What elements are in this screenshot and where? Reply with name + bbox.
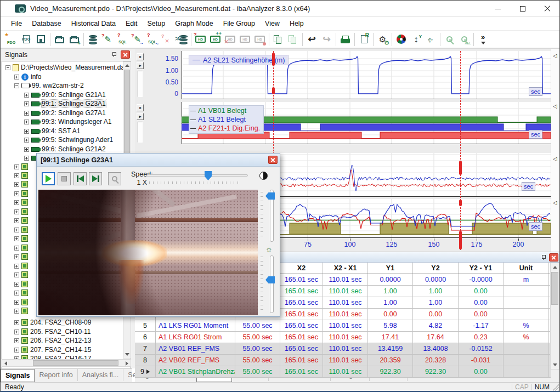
scroll-left-icon[interactable] <box>4 361 7 366</box>
sql-query-button[interactable]: ?SQL <box>115 32 130 47</box>
hd-remove-button[interactable]: HD✕ <box>223 32 237 47</box>
tree-item-root[interactable]: D:\Projects\Video_Measurement.da <box>2 63 125 72</box>
menu-edit[interactable]: Edit <box>121 18 143 29</box>
speed-slider-handle[interactable] <box>205 171 212 180</box>
expand-icon[interactable] <box>14 272 19 277</box>
tab-signals[interactable]: Signals <box>1 369 35 382</box>
menu-historical-data[interactable]: Historical Data <box>66 18 121 29</box>
snapshot-button[interactable] <box>108 172 121 185</box>
marker-handle[interactable] <box>459 161 462 175</box>
collapse-icon[interactable] <box>14 83 19 88</box>
signal-strip-marker-icon[interactable]: ◁ <box>553 53 557 59</box>
tree-item-module[interactable] <box>2 298 28 306</box>
menu-graph-mode[interactable]: Graph Mode <box>170 18 218 29</box>
expand-icon[interactable] <box>14 348 19 353</box>
col-y1[interactable]: Y1 <box>368 263 413 274</box>
tree-item-camera-module[interactable]: 99. ww2cam-str-2 <box>2 81 84 90</box>
table-row[interactable]: 8A2 VB02 REF_FMS55.00 sec165.01 sec110.0… <box>135 355 551 366</box>
report-button[interactable]: R <box>357 32 371 47</box>
tree-item-video-7[interactable] <box>2 154 39 162</box>
video-frame[interactable] <box>38 190 258 315</box>
expand-icon[interactable] <box>24 120 29 124</box>
close-button[interactable] <box>535 1 559 17</box>
expand-icon[interactable] <box>14 200 19 205</box>
expand-icon[interactable] <box>14 282 19 287</box>
expand-icon[interactable] <box>14 329 19 334</box>
paste-button[interactable] <box>286 32 301 47</box>
signals-close-button[interactable] <box>121 50 130 59</box>
signal-strip-marker-icon[interactable]: ◁ <box>553 156 557 162</box>
zoom-all-button[interactable]: ALL <box>457 32 472 47</box>
chart2-close-button[interactable]: x <box>137 104 144 111</box>
expand-icon[interactable] <box>24 93 29 98</box>
add-file-button[interactable]: + <box>67 32 82 47</box>
scroll-right-icon[interactable] <box>126 361 128 366</box>
marker-handle[interactable] <box>459 200 462 206</box>
expand-icon[interactable] <box>24 138 29 143</box>
expand-icon[interactable] <box>24 101 29 106</box>
tree-item-module-207[interactable]: 207. FSA2_CH14-15 <box>2 345 91 354</box>
toolbar-overflow-button[interactable]: » <box>476 32 490 47</box>
print-button[interactable] <box>338 32 353 47</box>
signal-strip-marker-icon[interactable]: ◁ <box>553 104 557 109</box>
tree-item-module[interactable] <box>2 225 28 234</box>
expand-icon[interactable] <box>14 291 19 296</box>
tree-item-video-5[interactable]: 99:5: Schwingung Ader1 <box>2 135 113 144</box>
tree-item-module[interactable] <box>2 180 28 189</box>
copy-button[interactable] <box>271 32 286 47</box>
tree-item-module[interactable] <box>2 171 28 180</box>
expression-builder-button[interactable]: ✎? <box>100 32 115 47</box>
col-x2[interactable]: X2 <box>280 263 323 274</box>
pin-icon[interactable] <box>112 52 116 57</box>
expand-icon[interactable] <box>14 164 19 169</box>
expand-icon[interactable] <box>14 338 19 343</box>
undo-button[interactable]: ↩ <box>304 32 319 47</box>
video-close-button[interactable] <box>268 156 278 164</box>
table-row[interactable]: 6A1 LKS RG01 Strom55.00 sec165.01 sec110… <box>135 332 551 343</box>
play-button[interactable] <box>42 172 55 185</box>
expand-icon[interactable] <box>14 264 19 269</box>
hd-append-button[interactable]: HD++ <box>208 32 223 47</box>
expand-icon[interactable] <box>14 246 19 251</box>
tree-item-module[interactable] <box>2 288 28 297</box>
hd-query-button[interactable]: HD? <box>193 32 208 47</box>
hd-view-button[interactable]: HD <box>237 32 252 47</box>
tree-item-module[interactable] <box>2 306 28 315</box>
tree-item-module[interactable] <box>2 262 28 270</box>
expand-icon[interactable] <box>24 111 29 116</box>
expand-icon[interactable] <box>14 300 19 305</box>
col-y2[interactable]: Y2 <box>413 263 459 274</box>
open-pdo-button[interactable]: PDO <box>19 32 33 47</box>
tab-analysis-file[interactable]: Analysis fi... <box>78 369 124 381</box>
expand-icon[interactable] <box>14 320 19 325</box>
open-file-button[interactable] <box>52 32 67 47</box>
marker-handle[interactable] <box>272 53 275 66</box>
chart1-close-button[interactable]: x <box>137 53 144 60</box>
chart1-menu-button[interactable]: ▸ <box>137 62 144 69</box>
tree-item-module[interactable] <box>2 234 28 243</box>
chart2-scrollbar[interactable] <box>138 122 143 143</box>
markers-close-button[interactable] <box>549 253 558 262</box>
menu-database[interactable]: Database <box>27 18 66 29</box>
chart2-legend[interactable]: A1 VB01 Belegt A1 SL21 Belegt A2 FZ21-1 … <box>189 105 264 134</box>
chart1-scrollbar[interactable] <box>138 71 143 97</box>
video-player-window[interactable]: [99:1] Schlinge G23A1 Speed: 1 X <box>36 153 280 317</box>
scroll-down-icon[interactable] <box>125 353 129 356</box>
tree-item-video-4[interactable]: 99:4: SST A1 <box>2 127 81 135</box>
hd-time-button[interactable]: HD <box>252 32 267 47</box>
table-vertical-scrollbar[interactable] <box>550 263 559 370</box>
scroll-up-icon[interactable] <box>553 266 557 269</box>
marker-handle[interactable] <box>459 231 462 249</box>
tree-item-video-1[interactable]: 99:1: Schlinge G23A1 <box>2 99 106 108</box>
signal-expression-button[interactable]: ✎?~ <box>130 32 145 47</box>
maximize-button[interactable] <box>510 1 535 17</box>
expand-icon[interactable] <box>24 156 29 161</box>
tree-item-module[interactable] <box>2 243 28 252</box>
sql-signal-button[interactable]: ?SQL~ <box>145 32 160 47</box>
chart2-menu-button[interactable]: ▸ <box>137 113 144 120</box>
scale-y-button[interactable]: ↕Y <box>409 32 423 47</box>
menu-file[interactable]: File <box>6 18 27 29</box>
tree-item-module[interactable] <box>2 198 28 207</box>
tree-item-module-204[interactable]: 204. FSA2_CH08-09 <box>2 318 91 327</box>
tree-item-module-205[interactable]: 205. FSA2_CH10-11 <box>2 327 91 336</box>
